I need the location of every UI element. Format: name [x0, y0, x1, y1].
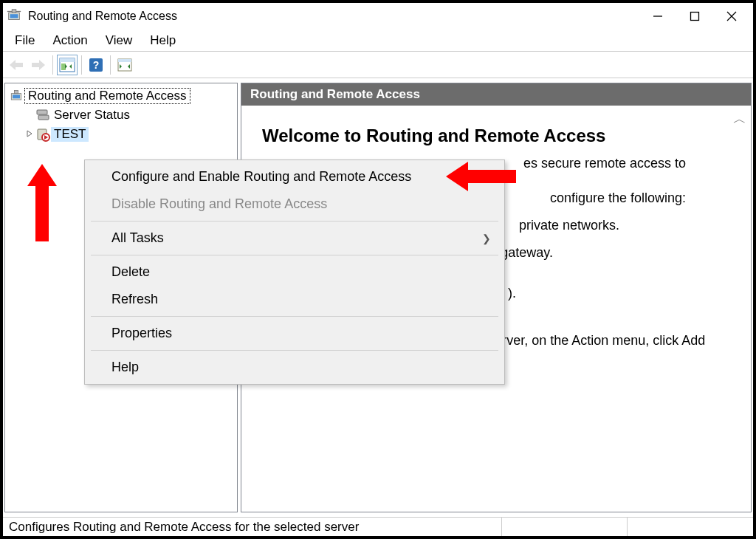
ctx-all-tasks-label: All Tasks: [111, 230, 164, 245]
svg-marker-33: [446, 162, 516, 191]
ctx-separator: [91, 221, 498, 222]
ctx-all-tasks[interactable]: All Tasks ❯: [85, 224, 504, 252]
ctx-help[interactable]: Help: [85, 354, 504, 381]
toolbar-divider: [110, 55, 111, 75]
menu-view[interactable]: View: [97, 30, 142, 51]
svg-rect-10: [16, 63, 23, 67]
maximize-button[interactable]: [676, 5, 713, 27]
menu-action[interactable]: Action: [44, 30, 96, 51]
ctx-delete[interactable]: Delete: [85, 258, 504, 286]
svg-rect-28: [38, 115, 49, 120]
ctx-refresh[interactable]: Refresh: [85, 286, 504, 313]
tree-server-status-label: Server Status: [51, 108, 133, 123]
svg-marker-11: [39, 60, 45, 70]
server-status-icon: [35, 108, 51, 123]
app-icon: [8, 89, 24, 103]
svg-marker-9: [10, 60, 16, 70]
tree-root-label: Routing and Remote Access: [24, 88, 190, 104]
svg-text:?: ?: [93, 59, 100, 71]
nav-forward-button: [28, 55, 49, 75]
status-cell-3: [628, 518, 753, 536]
window-title: Routing and Remote Access: [28, 10, 639, 23]
toolbar: ?: [3, 52, 753, 78]
ctx-separator: [91, 350, 498, 351]
chevron-right-icon: ❯: [482, 233, 491, 244]
menu-bar: File Action View Help: [3, 30, 753, 52]
toolbar-divider: [81, 55, 82, 75]
svg-rect-6: [691, 13, 699, 21]
title-bar: Routing and Remote Access: [3, 3, 753, 30]
server-stopped-icon: [35, 127, 51, 142]
svg-rect-21: [118, 59, 131, 62]
minimize-button[interactable]: [639, 5, 676, 27]
status-text: Configures Routing and Remote Access for…: [3, 518, 502, 536]
tree-server-node[interactable]: TEST: [23, 125, 236, 144]
annotation-arrow-right: [446, 158, 520, 195]
ctx-configure-enable[interactable]: Configure and Enable Routing and Remote …: [85, 163, 504, 190]
content-header: Routing and Remote Access: [241, 83, 751, 106]
toolbar-divider: [52, 55, 53, 75]
help-button[interactable]: ?: [86, 55, 106, 75]
show-hide-tree-button[interactable]: [57, 55, 78, 75]
properties-button[interactable]: [114, 55, 135, 75]
ctx-disable: Disable Routing and Remote Access: [85, 190, 504, 218]
svg-rect-27: [37, 110, 47, 114]
menu-help[interactable]: Help: [141, 30, 185, 51]
content-heading: Welcome to Routing and Remote Access: [262, 122, 730, 150]
svg-rect-25: [13, 95, 20, 98]
annotation-arrow-up: [24, 164, 61, 245]
tree-server-status-node[interactable]: Server Status: [23, 106, 236, 125]
status-bar: Configures Routing and Remote Access for…: [3, 517, 753, 536]
tree-server-label: TEST: [51, 127, 89, 142]
svg-rect-2: [12, 10, 16, 13]
nav-back-button: [6, 55, 27, 75]
scroll-up-icon[interactable]: ︿: [733, 110, 746, 128]
close-button[interactable]: [713, 5, 750, 27]
context-menu: Configure and Enable Routing and Remote …: [84, 159, 505, 385]
ctx-separator: [91, 316, 498, 317]
svg-rect-26: [15, 91, 18, 94]
expand-icon[interactable]: [24, 129, 35, 140]
app-icon: [6, 7, 24, 25]
ctx-separator: [91, 255, 498, 255]
menu-file[interactable]: File: [6, 30, 44, 51]
svg-rect-12: [32, 63, 39, 67]
tree-root-node[interactable]: Routing and Remote Access: [7, 86, 236, 106]
status-cell-2: [502, 518, 628, 536]
svg-marker-34: [27, 164, 57, 241]
svg-rect-1: [10, 14, 18, 18]
svg-marker-29: [27, 131, 32, 137]
svg-rect-14: [60, 58, 75, 62]
ctx-properties[interactable]: Properties: [85, 320, 504, 347]
